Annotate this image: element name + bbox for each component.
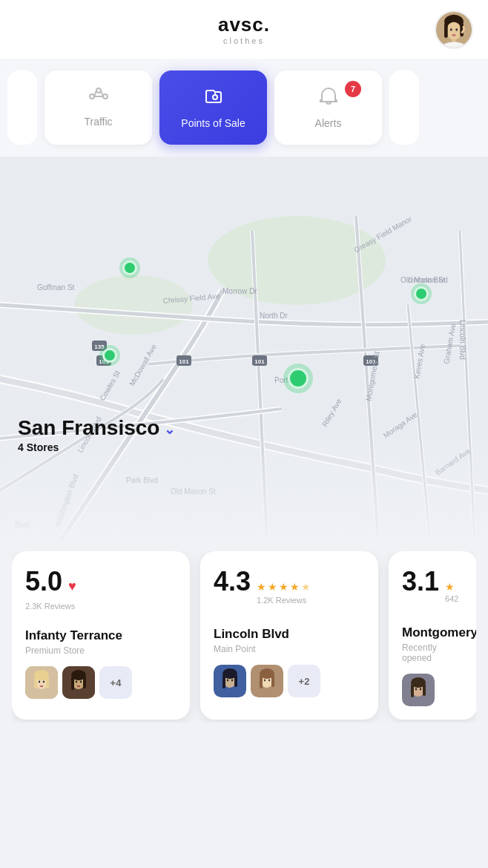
tab-points-of-sale-label: Points of Sale: [181, 117, 245, 129]
store-count: 4 Stores: [18, 441, 175, 453]
rating-row: 3.1 ★ 642: [402, 566, 464, 603]
svg-rect-3: [444, 22, 448, 37]
person-avatar-5: [402, 674, 435, 706]
stars-row: ★ ★ ★ ★ ★: [257, 581, 311, 593]
svg-rect-84: [423, 684, 426, 696]
store-card-montgomery[interactable]: 3.1 ★ 642 Montgomery Recently opened: [389, 551, 476, 720]
person-avatar-2: [62, 666, 95, 699]
store-count-label: Stores: [27, 441, 59, 453]
map-pin-3[interactable]: [288, 368, 309, 389]
store-cards-section: 5.0 ♥ 2.3K Reviews Infanty Terrance Prem…: [0, 542, 488, 737]
person-avatar-3: [214, 665, 246, 697]
svg-point-79: [268, 680, 270, 682]
review-count: 2.3K Reviews: [25, 602, 177, 611]
svg-rect-70: [234, 675, 237, 687]
tab-alerts-label: Alerts: [315, 117, 342, 129]
store-count-num: 4: [18, 441, 24, 453]
store-type: Premium Store: [25, 645, 177, 656]
heart-icon: ♥: [68, 579, 76, 594]
app-header: avsc. clothes: [0, 0, 488, 59]
city-name[interactable]: San Fransisco ⌄: [18, 416, 175, 440]
brand-name: avsc.: [218, 13, 270, 36]
svg-text:101: 101: [179, 358, 189, 365]
store-card-infanty-terrance[interactable]: 5.0 ♥ 2.3K Reviews Infanty Terrance Prem…: [12, 551, 190, 720]
svg-rect-62: [83, 677, 86, 688]
rating-row: 5.0 ♥: [25, 566, 177, 597]
svg-point-56: [43, 681, 44, 683]
points-of-sale-icon: [203, 86, 224, 111]
city-name-text: San Fransisco: [18, 416, 159, 440]
tab-traffic[interactable]: Traffic: [44, 70, 152, 145]
svg-rect-69: [222, 675, 225, 688]
store-type: Main Point: [214, 644, 365, 654]
traffic-icon: [88, 88, 110, 110]
brand-logo: avsc. clothes: [218, 13, 270, 45]
svg-point-85: [415, 688, 417, 691]
tab-points-of-sale[interactable]: Points of Sale: [159, 70, 267, 145]
svg-point-65: [77, 685, 81, 687]
rating-number: 4.3: [214, 566, 251, 597]
star-3: ★: [279, 581, 288, 593]
map-view[interactable]: 135 101 101 101 101 Chrissy Field Ave Go…: [0, 157, 488, 542]
svg-text:135: 135: [94, 343, 105, 350]
svg-point-78: [264, 680, 266, 682]
svg-point-10: [90, 94, 94, 99]
svg-rect-61: [71, 677, 74, 690]
svg-rect-83: [411, 684, 414, 697]
review-count: 642: [445, 594, 458, 603]
svg-point-86: [420, 688, 421, 691]
svg-rect-54: [46, 677, 49, 688]
svg-rect-77: [271, 675, 274, 687]
city-label: San Fransisco ⌄ 4 Stores: [18, 416, 175, 453]
map-pin-1[interactable]: [122, 260, 137, 275]
store-avatars: [402, 674, 464, 706]
store-type: Recently opened: [402, 642, 464, 663]
svg-point-11: [103, 94, 108, 99]
star-5-half: ★: [301, 581, 311, 593]
svg-point-12: [96, 88, 101, 93]
rating-row: 4.3 ★ ★ ★ ★ ★ 1.2K Reviews: [214, 566, 365, 605]
map-pin-2[interactable]: [102, 348, 117, 363]
svg-rect-76: [260, 675, 263, 688]
svg-point-64: [80, 681, 82, 683]
svg-point-17: [74, 275, 193, 335]
brand-subtitle: clothes: [218, 36, 270, 45]
svg-point-2: [446, 22, 461, 39]
svg-text:Old Mason St: Old Mason St: [171, 487, 216, 496]
store-name: Montgomery: [402, 625, 464, 640]
tab-alerts[interactable]: 7 Alerts: [274, 70, 382, 145]
store-avatars: +2: [214, 665, 365, 697]
svg-point-63: [76, 681, 77, 683]
star-1: ★: [445, 581, 455, 593]
svg-point-72: [231, 680, 233, 682]
alerts-badge: 7: [345, 81, 361, 97]
star-1: ★: [257, 581, 266, 593]
svg-text:Goffman St: Goffman St: [37, 283, 75, 292]
store-name: Infanty Terrance: [25, 628, 177, 643]
svg-text:Lincoln Blvd: Lincoln Blvd: [458, 320, 466, 360]
star-4: ★: [290, 581, 300, 593]
bottom-padding: [0, 737, 488, 760]
person-avatar-1: [25, 666, 58, 699]
tab-partial-left: [7, 70, 37, 145]
svg-text:101: 101: [254, 358, 265, 365]
svg-text:Morrow Dr: Morrow Dr: [222, 287, 257, 295]
tab-traffic-label: Traffic: [84, 116, 112, 128]
map-pin-4[interactable]: [414, 286, 429, 301]
svg-point-5: [450, 28, 452, 30]
svg-point-7: [452, 34, 456, 36]
store-cards-row: 5.0 ♥ 2.3K Reviews Infanty Terrance Prem…: [12, 551, 476, 723]
more-count: +2: [288, 665, 320, 697]
more-count: +4: [99, 666, 132, 699]
user-avatar[interactable]: [435, 10, 473, 49]
store-name: Lincoln Blvd: [214, 627, 365, 642]
store-card-lincoln-blvd[interactable]: 4.3 ★ ★ ★ ★ ★ 1.2K Reviews Lincoln Blvd …: [200, 551, 378, 720]
stars-row: ★: [445, 581, 458, 593]
svg-point-57: [40, 685, 44, 687]
city-dropdown-icon[interactable]: ⌄: [164, 421, 175, 438]
star-2: ★: [268, 581, 277, 593]
svg-text:Park Blvd: Park Blvd: [126, 476, 158, 484]
rating-number: 5.0: [25, 566, 62, 597]
svg-point-71: [227, 680, 228, 682]
avatar-image: [436, 12, 472, 47]
